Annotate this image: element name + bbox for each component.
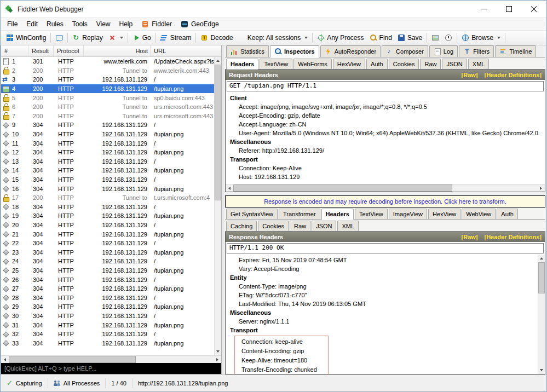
quickexec-input[interactable]: [QuickExec] ALT+Q > type HELP... (1, 363, 221, 374)
column-header-protocol[interactable]: Protocol (54, 45, 84, 56)
session-row[interactable]: 26304HTTP192.168.131.129/ (1, 275, 214, 284)
remove-sessions-button[interactable] (106, 32, 126, 43)
tab-inspectors[interactable]: Inspectors (270, 45, 319, 57)
scroll-up-button[interactable] (538, 255, 545, 262)
request-tab-webforms[interactable]: WebForms (293, 59, 332, 69)
request-tab-raw[interactable]: Raw (420, 59, 441, 69)
scroll-track[interactable] (233, 185, 537, 192)
scroll-left-button[interactable] (226, 185, 233, 192)
scroll-down-button[interactable] (215, 348, 221, 355)
response-tab-imageview[interactable]: ImageView (389, 209, 427, 219)
session-row[interactable]: 12304HTTP192.168.131.129/tupian.png (1, 148, 214, 157)
session-row[interactable]: 15304HTTP192.168.131.129/ (1, 175, 214, 185)
session-row[interactable]: 5200HTTPTunnel tosp0.baidu.com:443 (1, 93, 214, 102)
session-row[interactable]: 16304HTTP192.168.131.129/tupian.png (1, 184, 214, 193)
session-row[interactable]: 33304HTTP192.168.131.129/tupian.png (1, 338, 214, 348)
scrollbar-thumb[interactable] (215, 65, 221, 200)
session-row[interactable]: 28304HTTP192.168.131.129/ (1, 293, 214, 302)
screenshot-button[interactable] (429, 32, 442, 43)
menu-item-view[interactable]: View (92, 19, 115, 30)
menu-item-geoedge[interactable]: GeoEdge (176, 19, 223, 30)
capturing-indicator[interactable]: Capturing (1, 378, 48, 388)
column-header-host[interactable]: Host (84, 45, 151, 56)
scroll-left-button[interactable] (1, 356, 9, 363)
session-row[interactable]: 29304HTTP192.168.131.129/tupian.png (1, 302, 214, 312)
session-row[interactable]: 7200HTTPTunnel tours.microsoft.com:443 (1, 112, 214, 121)
scroll-track[interactable] (215, 65, 221, 348)
menu-item-edit[interactable]: Edit (22, 19, 42, 30)
tab-statistics[interactable]: Statistics (226, 45, 269, 57)
tab-filters[interactable]: Filters (459, 45, 494, 57)
session-row[interactable]: 20304HTTP192.168.131.129/ (1, 221, 214, 230)
request-tab-xml[interactable]: XML (468, 59, 490, 69)
session-row[interactable]: 32304HTTP192.168.131.129/ (1, 330, 214, 339)
maximize-button[interactable] (496, 1, 521, 18)
menu-item-fiddler[interactable]: Fiddler (137, 19, 176, 30)
session-row[interactable]: 14304HTTP192.168.131.129/tupian.png (1, 166, 214, 175)
menu-item-tools[interactable]: Tools (68, 19, 92, 30)
browse-button[interactable]: Browse (459, 32, 503, 43)
menu-item-rules[interactable]: Rules (42, 19, 68, 30)
response-raw-link[interactable]: [Raw] (462, 234, 478, 240)
request-tab-cookies[interactable]: Cookies (389, 59, 419, 69)
request-tab-textview[interactable]: TextView (260, 59, 292, 69)
session-row[interactable]: 30304HTTP192.168.131.129/ (1, 312, 214, 321)
request-tab-auth[interactable]: Auth (366, 59, 388, 69)
menu-item-file[interactable]: File (3, 19, 22, 30)
request-hscrollbar[interactable] (226, 184, 545, 192)
scroll-right-button[interactable] (214, 356, 221, 363)
request-tab-headers[interactable]: Headers (226, 59, 258, 70)
scrollbar-thumb[interactable] (538, 262, 545, 293)
response-tab-hexview[interactable]: HexView (428, 209, 460, 219)
response-tab-textview[interactable]: TextView (355, 209, 388, 219)
session-row[interactable]: 24304HTTP192.168.131.129/ (1, 257, 214, 266)
session-list-vscrollbar[interactable] (214, 57, 221, 355)
response-tab-webview[interactable]: WebView (462, 209, 496, 219)
response-tab-raw[interactable]: Raw (290, 221, 310, 231)
decode-button[interactable]: Decode (198, 32, 235, 43)
response-tab-xml[interactable]: XML (337, 221, 359, 231)
session-row[interactable]: 31304HTTP192.168.131.129/tupian.png (1, 320, 214, 330)
request-header-definitions-link[interactable]: [Header Definitions] (484, 72, 542, 78)
session-list-hscrollbar[interactable] (1, 355, 221, 363)
session-row[interactable]: 21304HTTP192.168.131.129/tupian.png (1, 229, 214, 239)
tab-autoresponder[interactable]: AutoResponder (320, 45, 381, 57)
response-tab-transformer[interactable]: Transformer (279, 209, 320, 219)
session-row[interactable]: 10304HTTP192.168.131.129/tupian.png (1, 130, 214, 139)
session-row[interactable]: 27304HTTP192.168.131.129/tupian.png (1, 284, 214, 293)
minimize-button[interactable] (471, 1, 496, 18)
response-tab-auth[interactable]: Auth (497, 209, 518, 219)
stream-button[interactable]: Stream (158, 32, 194, 43)
scroll-track[interactable] (9, 356, 214, 363)
session-row[interactable]: 1301HTTPwww.telerik.com/UpdateCheck.aspx… (1, 57, 214, 66)
tab-composer[interactable]: Composer (382, 45, 428, 57)
response-header-definitions-link[interactable]: [Header Definitions] (484, 234, 542, 240)
save-button[interactable]: Save (395, 32, 425, 43)
session-row[interactable]: 6200HTTPTunnel tours.microsoft.com:443 (1, 102, 214, 112)
scroll-up-button[interactable] (215, 57, 221, 65)
find-button[interactable]: Find (367, 32, 395, 43)
column-header-num[interactable]: # (1, 45, 28, 56)
session-row[interactable]: 18304HTTP192.168.131.129/ (1, 203, 214, 212)
tab-log[interactable]: Log (429, 45, 458, 57)
session-row[interactable]: 4200HTTP192.168.131.129/tupian.png (1, 84, 214, 94)
session-row[interactable]: 17200HTTPTunnel tot.urs.microsoft.com:4 (1, 193, 214, 203)
session-row[interactable]: 22304HTTP192.168.131.129/ (1, 239, 214, 248)
response-tab-get-syntaxview[interactable]: Get SyntaxView (226, 209, 278, 219)
session-row[interactable]: 9304HTTP192.168.131.129/ (1, 120, 214, 130)
session-row[interactable]: 23304HTTP192.168.131.129/tupian.png (1, 247, 214, 257)
request-raw-link[interactable]: [Raw] (462, 72, 478, 78)
keep-sessions-dropdown[interactable]: Keep: All sessions (245, 32, 310, 43)
response-tab-cookies[interactable]: Cookies (258, 221, 289, 231)
request-tab-hexview[interactable]: HexView (333, 59, 365, 69)
response-tab-headers[interactable]: Headers (321, 209, 354, 220)
response-tab-caching[interactable]: Caching (226, 221, 257, 231)
session-row[interactable]: 3200HTTP192.168.131.129/ (1, 75, 214, 84)
scroll-down-button[interactable] (538, 366, 545, 374)
comment-button[interactable] (53, 32, 66, 43)
encoding-notice[interactable]: Response is encoded and may require deco… (225, 195, 545, 207)
scrollbar-thumb[interactable] (233, 185, 452, 192)
tab-timeline[interactable]: Timeline (495, 45, 536, 57)
scroll-track[interactable] (538, 262, 545, 366)
response-vscrollbar[interactable] (538, 255, 545, 374)
